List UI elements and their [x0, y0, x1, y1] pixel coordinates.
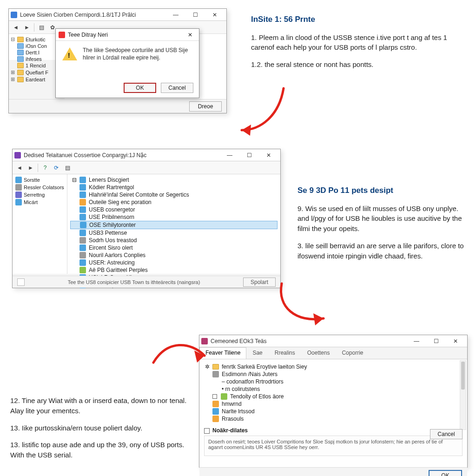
maximize-button[interactable]: ☐ [239, 150, 259, 160]
device-row[interactable]: Sodrh Uos treastod [70, 237, 278, 244]
dialog-titlebar[interactable]: Teee Ditray Neri ✕ [56, 29, 199, 41]
statusbar-text: Tee the US8 conipicier USB Town ts ithte… [25, 279, 243, 285]
instr-c-p1: 12. Tine ary Wiat with a or inserd eata,… [10, 396, 196, 416]
menu-icon[interactable]: ▤ [63, 164, 72, 172]
win2-titlebar[interactable]: Dedised Telaitanuei Cossertioe Conpargyi… [13, 149, 280, 161]
win3-titlebar[interactable]: Cemeoned EОk3 Teäs — ☐ ✕ [199, 335, 467, 347]
outline-item[interactable]: hmwrnd [204, 400, 463, 408]
dialog-ok-button[interactable]: OK [124, 83, 156, 93]
outline-item[interactable]: Narlte lrtssod [204, 408, 463, 415]
instructions-block-b: Se 9 3D Po 11 pets desipt 9. Wis se used… [298, 185, 469, 268]
win1-footer: Dreoe [9, 99, 226, 113]
ok-button[interactable]: OK [429, 470, 462, 476]
win2-sidebar[interactable]: SorstteRessler ColatsorsSerrettngMicárt [13, 174, 67, 274]
win2-toolbar: ◄ ► ? ⟳ ▤ [13, 161, 280, 174]
warning-dialog: Teee Ditray Neri ✕ The liike Seedopee co… [55, 28, 199, 98]
back-icon[interactable]: ◄ [15, 164, 24, 172]
device-list-header[interactable]: ⊟Leners Discgiert [70, 176, 278, 184]
win3-body: ✲fenrtk Sarkeä Eroytive laeiton SieyEsdi… [199, 359, 467, 467]
dialog-cancel-button[interactable]: Cancel [161, 83, 193, 93]
instr-a-p1: 1. Pleem a lin clood of the USSB stence … [251, 33, 465, 53]
dialog-title: Teee Ditray Neri [68, 32, 108, 38]
device-row[interactable]: Nouril Aarlors Conplies [70, 251, 278, 259]
tab[interactable]: Coporrie [336, 347, 369, 359]
close-button[interactable]: ✕ [446, 336, 465, 346]
tab[interactable]: Ooettens [301, 347, 336, 359]
dialog-message: The liike Seedopee corturiile and USB Si… [83, 46, 192, 61]
instr-c-p2: 13. Iike purtosskina/ern touse poliert d… [10, 423, 196, 433]
instr-c-p3: 13. listific top ause ade and up the 39,… [10, 440, 196, 460]
close-button[interactable]: ✕ [205, 10, 225, 20]
statusbar-icon[interactable] [17, 278, 25, 286]
arrow-2 [272, 279, 333, 330]
maximize-button[interactable]: ☐ [426, 336, 446, 346]
scrollbar[interactable] [460, 360, 466, 430]
close-button[interactable]: ✕ [259, 150, 278, 160]
tab[interactable]: Feaver Tiliene [199, 347, 246, 359]
device-row[interactable]: Eircent Sisro olert [70, 244, 278, 251]
refresh-icon[interactable]: ⟳ [52, 164, 60, 172]
outline-item[interactable]: • rn colirutstens [204, 385, 463, 393]
outline-tree[interactable]: ✲fenrtk Sarkeä Eroytive laeiton SieyEsdi… [204, 363, 463, 423]
svg-marker-0 [242, 125, 251, 136]
sidebar-item[interactable]: Micárt [13, 198, 66, 206]
help-icon[interactable]: ? [41, 164, 49, 172]
outline-root[interactable]: ✲fenrtk Sarkeä Eroytive laeiton Siey [204, 363, 463, 370]
forward-icon[interactable]: ► [26, 164, 35, 172]
sidebar-item[interactable]: Ressler Colatsors [13, 184, 66, 191]
device-row[interactable]: USER: Astreuicing [70, 259, 278, 266]
device-row[interactable]: USEB cosnergetor [70, 206, 278, 213]
statusbar-button[interactable]: Spolart [243, 278, 276, 287]
outline-item[interactable]: Rrasouls [204, 415, 463, 423]
doc-icon[interactable]: ▤ [37, 23, 46, 32]
sidebar-item[interactable]: Serrettng [13, 191, 66, 198]
win1-titlebar[interactable]: Loeve Sisien Ciorben Cernipordi.1.8/1TJ … [9, 9, 226, 21]
minimize-button[interactable]: — [166, 10, 185, 20]
outline-item[interactable]: Tendoίty of Etlos äore [204, 393, 463, 400]
instr-b-heading: Se 9 3D Po 11 pets desipt [298, 185, 469, 197]
device-row[interactable]: USE Pribilnensorn [70, 213, 278, 221]
checkbox[interactable] [204, 428, 210, 434]
instructions-block-c: 12. Tine ary Wiat with a or inserd eata,… [10, 389, 196, 467]
app-icon [11, 12, 17, 18]
window-3: Cemeoned EОk3 Teäs — ☐ ✕ Feaver TilieneS… [199, 335, 468, 468]
device-row[interactable]: Outeile Sieg enc poration [70, 198, 278, 206]
svg-marker-1 [313, 313, 324, 325]
cancel-button-inline[interactable]: Cancel [430, 429, 463, 439]
instr-a-heading: InSite 1: 56 Prnte [251, 14, 465, 26]
back-icon[interactable]: ◄ [12, 23, 20, 32]
warning-icon [62, 47, 77, 60]
dialog-app-icon [59, 32, 65, 38]
app-icon [201, 338, 208, 344]
instr-b-p2: 3. lile seill berravid an are serve a li… [298, 241, 469, 261]
device-row[interactable]: USB3 Pettense [70, 229, 278, 237]
device-row[interactable]: OSE Srhilytoronter [70, 221, 278, 229]
scrollbar-thumb[interactable] [461, 362, 465, 390]
device-row[interactable]: Hlahrië'infal Seiret Comtolte or Segerti… [70, 191, 278, 198]
tab[interactable]: Rrealins [269, 347, 301, 359]
app-icon [14, 152, 21, 159]
window-2: Dedised Telaitanuei Cossertioe Conpargyi… [12, 149, 281, 288]
win1-footer-button[interactable]: Dreoe [189, 101, 222, 112]
win3-footer: OK [199, 467, 467, 476]
device-list[interactable]: ⊟Leners DiscgiertKödier RartrentgolHlahr… [67, 174, 280, 291]
checkbox-label: Noäkr-dilates [212, 427, 248, 434]
win3-title: Cemeoned EОk3 Teäs [211, 338, 407, 344]
minimize-button[interactable]: — [220, 150, 239, 160]
window-1: Loeve Sisien Ciorben Cernipordi.1.8/1TJ … [8, 8, 227, 113]
instr-b-p1: 9. Wis se used en of liilt musses of USB… [298, 204, 469, 234]
outline-item[interactable]: Esdimonn /Nais Juters [204, 370, 463, 378]
device-row[interactable]: Aë PB Garitteel Perples [70, 266, 278, 274]
win3-tabstrip[interactable]: Feaver TilieneSaeRrealinsOoettensCoporri… [199, 347, 467, 359]
win2-content: ⊟Leners DiscgiertKödier RartrentgolHlahr… [67, 174, 280, 274]
maximize-button[interactable]: ☐ [185, 10, 205, 20]
forward-icon[interactable]: ► [23, 23, 31, 32]
sidebar-item[interactable]: Sorstte [13, 176, 66, 184]
device-row[interactable]: Ködier Rartrentgol [70, 184, 278, 191]
note-box: Doserh on resirt; teoes Loiver Compritio… [204, 436, 463, 456]
tab[interactable]: Sae [246, 347, 268, 359]
outline-item[interactable]: – codonatfon Rrtrodrtiors [204, 378, 463, 385]
minimize-button[interactable]: — [407, 336, 426, 346]
divider [38, 164, 38, 172]
dialog-close-icon[interactable]: ✕ [184, 32, 196, 38]
